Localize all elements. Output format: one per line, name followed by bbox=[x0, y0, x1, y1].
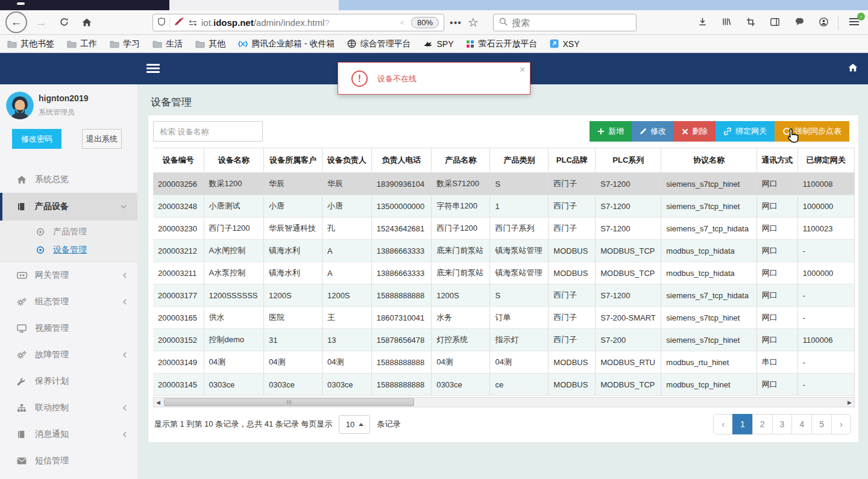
messages-button[interactable] bbox=[791, 15, 807, 31]
table-row[interactable]: 20000314904测04测04测1588888888804测04测MODBU… bbox=[153, 351, 855, 374]
bookmark-item[interactable]: 综合管理平台 bbox=[347, 39, 410, 49]
logout-button[interactable]: 退出系统 bbox=[82, 129, 122, 149]
bookmark-item[interactable]: 其他 bbox=[195, 39, 225, 49]
bookmark-item[interactable]: XSY bbox=[550, 39, 579, 49]
column-header[interactable]: 产品类别 bbox=[490, 148, 549, 173]
table-row[interactable]: 200003248小唐测试小唐小唐13500000000字符串12001西门子S… bbox=[153, 195, 855, 218]
pager-item-1[interactable]: 1 bbox=[732, 414, 753, 434]
table-cell: 1 bbox=[490, 195, 549, 218]
sidebar-item-产品设备[interactable]: 产品设备 bbox=[0, 193, 137, 221]
sidebar-item-label: 联动控制 bbox=[35, 402, 69, 413]
table-row[interactable]: 200003211A水泵控制镇海水利A13886663333底来门前泵站镇海泵站… bbox=[153, 262, 855, 284]
sidebar-item-保养计划[interactable]: 保养计划 bbox=[0, 368, 137, 395]
toolbar-button-新增[interactable]: 新增 bbox=[590, 121, 632, 142]
bookmarks-bar: 其他书签工作学习生活其他腾讯企业邮箱 - 收件箱综合管理平台SPY萤石云开放平台… bbox=[0, 35, 868, 53]
table-row[interactable]: 2000031771200SSSSSS1200S1200S15888888888… bbox=[153, 284, 855, 307]
table-cell: 华辰 bbox=[322, 173, 371, 195]
column-header[interactable]: 通讯方式 bbox=[756, 148, 797, 173]
column-header[interactable]: 负责人电话 bbox=[371, 148, 431, 173]
table-row[interactable]: 200003230西门子1200华辰智通科技孔15243642681西门子120… bbox=[153, 218, 855, 240]
column-header[interactable]: 协议名称 bbox=[661, 148, 756, 173]
device-search-input[interactable] bbox=[153, 121, 263, 142]
column-header[interactable]: PLC品牌 bbox=[549, 148, 596, 173]
browser-search-box[interactable] bbox=[493, 14, 637, 31]
screenshot-button[interactable] bbox=[743, 15, 758, 31]
column-header[interactable]: PLC系列 bbox=[596, 148, 661, 173]
bookmark-item[interactable]: 工作 bbox=[67, 39, 97, 49]
app-home-button[interactable] bbox=[848, 62, 861, 75]
sidebar-item-联动控制[interactable]: 联动控制 bbox=[0, 395, 137, 421]
pager-item-›[interactable]: › bbox=[831, 414, 851, 434]
bookmark-item[interactable]: SPY bbox=[423, 39, 453, 49]
toolbar-button-删除[interactable]: 删除 bbox=[674, 121, 715, 142]
alert-close-icon[interactable]: × bbox=[520, 65, 525, 75]
bookmark-item[interactable]: 生活 bbox=[153, 39, 183, 49]
browser-home-button[interactable] bbox=[80, 16, 94, 30]
column-header[interactable]: 设备负责人 bbox=[322, 148, 371, 173]
bookmark-star-icon[interactable]: ☆ bbox=[465, 14, 481, 30]
table-cell: S7-1200 bbox=[596, 218, 661, 240]
column-header[interactable]: 产品名称 bbox=[432, 148, 490, 173]
bookmark-item[interactable]: 学习 bbox=[110, 39, 140, 49]
shield-icon[interactable] bbox=[158, 17, 165, 28]
sidebar-subitem-产品管理[interactable]: 产品管理 bbox=[0, 223, 137, 241]
library-button[interactable] bbox=[719, 15, 734, 31]
toolbar-button-强制同步点表[interactable]: 强制同步点表 bbox=[775, 121, 849, 142]
sidebar-item-系统总览[interactable]: 系统总览 bbox=[0, 166, 137, 193]
browser-search-input[interactable] bbox=[512, 17, 620, 28]
sidebar-item-短信管理[interactable]: 短信管理 bbox=[0, 448, 137, 474]
sidebar-item-视频管理[interactable]: 视频管理 bbox=[0, 315, 137, 342]
table-row[interactable]: 200003165供水医院王18607310041水务订单西门子S7-200-S… bbox=[153, 307, 855, 329]
sidebar-item-消息通知[interactable]: 消息通知 bbox=[0, 421, 137, 448]
scrollbar-thumb[interactable] bbox=[164, 398, 414, 406]
table-row[interactable]: 200003212A水闸控制镇海水利A13886663333底来门前泵站镇海泵站… bbox=[153, 240, 855, 262]
pager-item-4[interactable]: 4 bbox=[791, 414, 812, 434]
forward-button[interactable]: → bbox=[34, 16, 48, 30]
active-tab[interactable] bbox=[0, 0, 169, 10]
pager-item-‹[interactable]: ‹ bbox=[713, 414, 733, 434]
pager-item-2[interactable]: 2 bbox=[752, 414, 773, 434]
table-row[interactable]: 200003152控制demo311315878656478灯控系统指示灯西门子… bbox=[153, 329, 855, 351]
bookmark-item[interactable]: 萤石云开放平台 bbox=[466, 39, 537, 49]
column-header[interactable]: 设备编号 bbox=[153, 148, 204, 173]
table-cell: 网口 bbox=[756, 329, 797, 351]
table-cell: - bbox=[797, 307, 854, 329]
pager-item-5[interactable]: 5 bbox=[811, 414, 832, 434]
bookmark-item[interactable]: 腾讯企业邮箱 - 收件箱 bbox=[238, 39, 335, 49]
scroll-left-arrow[interactable]: ◀ bbox=[154, 398, 163, 407]
sidebar-item-网关管理[interactable]: 网关管理 bbox=[0, 262, 137, 289]
table-cell: 灯控系统 bbox=[432, 329, 490, 351]
back-button[interactable]: ← bbox=[5, 11, 27, 33]
permissions-icon[interactable] bbox=[189, 17, 197, 28]
table-cell: 网口 bbox=[756, 218, 797, 240]
blocked-pencil-icon[interactable] bbox=[174, 17, 184, 28]
avatar[interactable] bbox=[6, 92, 34, 119]
horizontal-scrollbar[interactable]: ◀ ▶ bbox=[153, 397, 855, 407]
downloads-button[interactable] bbox=[694, 15, 710, 31]
toolbar-button-修改[interactable]: 修改 bbox=[632, 121, 674, 142]
toolbar-button-绑定网关[interactable]: 绑定网关 bbox=[715, 121, 775, 142]
column-header[interactable]: 已绑定网关 bbox=[797, 148, 854, 173]
sidebar-item-故障管理[interactable]: 故障管理 bbox=[0, 342, 137, 368]
sidebar-subitem-设备管理[interactable]: 设备管理 bbox=[0, 241, 137, 259]
sidebar-collapse-button[interactable] bbox=[146, 62, 160, 75]
reload-button[interactable] bbox=[57, 16, 71, 30]
bookmark-item[interactable]: 其他书签 bbox=[7, 39, 54, 49]
browser-tab-strip bbox=[0, 0, 868, 10]
table-row[interactable]: 2000031450303ce0303ce0303ce1588888888803… bbox=[153, 374, 855, 396]
table-row[interactable]: 200003256数采1200华辰华辰18390936104数采S71200S西… bbox=[153, 173, 855, 195]
column-header[interactable]: 设备名称 bbox=[204, 148, 264, 173]
table-cell: 200003145 bbox=[153, 374, 204, 396]
zoom-level-badge[interactable]: 80% bbox=[411, 17, 439, 28]
page-actions-button[interactable]: ••• bbox=[448, 16, 463, 30]
scroll-right-arrow[interactable]: ▶ bbox=[845, 398, 854, 407]
column-header[interactable]: 设备所属客户 bbox=[264, 148, 322, 173]
error-exclamation-icon: ! bbox=[351, 70, 368, 87]
page-size-select[interactable]: 10 bbox=[339, 415, 370, 434]
change-password-button[interactable]: 修改密码 bbox=[12, 129, 61, 149]
sidebar-item-组态管理[interactable]: 组态管理 bbox=[0, 289, 137, 315]
sidebar-toggle-button[interactable] bbox=[767, 15, 782, 31]
pager-item-3[interactable]: 3 bbox=[772, 414, 793, 434]
account-button[interactable] bbox=[816, 15, 831, 31]
url-bar[interactable]: iot.idosp.net/admin/index.html? < 80% bbox=[153, 14, 444, 31]
